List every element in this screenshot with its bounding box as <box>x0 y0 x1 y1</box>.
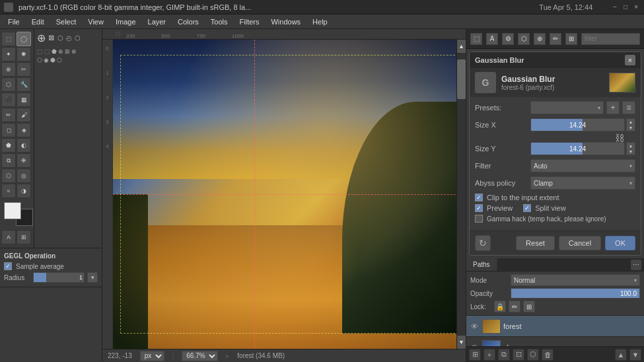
radius-spin[interactable]: ▾ <box>87 272 98 283</box>
menu-help[interactable]: Help <box>307 17 333 27</box>
tab-paths[interactable]: Paths <box>466 258 497 271</box>
tool-rectangle-select[interactable]: ⬚ <box>1 32 16 46</box>
icon-btn-6[interactable]: ✏ <box>550 33 561 45</box>
preview-checkbox[interactable]: ✓ <box>475 204 483 212</box>
foreground-color[interactable] <box>4 202 21 219</box>
dialog-logo: G <box>475 72 496 93</box>
tool-free-select[interactable]: ✦ <box>1 47 16 61</box>
lock-position-btn[interactable]: ⊞ <box>523 301 535 312</box>
icon-btn-1[interactable]: ⬚ <box>470 33 482 45</box>
icon-btn-3[interactable]: ⚙ <box>502 33 514 45</box>
size-x-down[interactable]: ▼ <box>627 125 635 131</box>
layers-up-btn[interactable]: ▲ <box>615 349 627 361</box>
tool-paths[interactable]: 🔧 <box>17 77 31 92</box>
menu-windows[interactable]: Windows <box>266 17 306 27</box>
layer-to-image-size-btn[interactable]: ⊡ <box>513 349 524 361</box>
sample-average-checkbox[interactable]: ✓ <box>4 262 12 270</box>
delete-layer-btn[interactable]: 🗑 <box>542 349 554 361</box>
abyss-dropdown[interactable]: Clamp ▾ <box>530 176 635 190</box>
size-x-up[interactable]: ▲ <box>627 119 635 125</box>
layer-item-forest[interactable]: 👁 forest <box>466 316 644 337</box>
icon-btn-4[interactable]: ⬡ <box>518 33 530 45</box>
unit-select[interactable]: px <box>140 351 164 361</box>
tool-clone[interactable]: ⧉ <box>1 153 16 168</box>
gamma-checkbox[interactable] <box>475 215 483 223</box>
refresh-button[interactable]: ↻ <box>475 235 491 251</box>
duplicate-layer-btn[interactable]: ⧉ <box>498 349 510 361</box>
menu-select[interactable]: Select <box>51 17 82 27</box>
lock-alpha-btn[interactable]: ✏ <box>509 301 520 312</box>
cancel-button[interactable]: Cancel <box>559 236 601 250</box>
clip-checkbox[interactable]: ✓ <box>475 194 483 201</box>
radius-slider[interactable]: 1 <box>33 272 85 283</box>
size-y-slider[interactable]: 14.24 <box>530 142 625 155</box>
menu-filters[interactable]: Filters <box>234 17 265 27</box>
filter-dropdown[interactable]: Auto ▾ <box>530 159 635 172</box>
icon-btn-5[interactable]: ⊕ <box>534 33 546 45</box>
menu-view[interactable]: View <box>83 17 109 27</box>
menu-image[interactable]: Image <box>110 17 141 27</box>
scroll-down-btn[interactable]: ▼ <box>457 336 466 349</box>
tool-paint-bucket[interactable]: ⬛ <box>1 92 16 107</box>
tool-align[interactable]: ⊞ <box>17 230 31 244</box>
presets-menu-button[interactable]: ≡ <box>622 101 635 114</box>
zoom-select[interactable]: 66.7% <box>182 351 218 361</box>
opacity-row: Opacity 100.0 <box>470 288 640 299</box>
tool-scissors[interactable]: ✂ <box>17 62 31 77</box>
menu-colors[interactable]: Colors <box>172 17 204 27</box>
size-y-down[interactable]: ▼ <box>627 149 635 155</box>
menu-edit[interactable]: Edit <box>26 17 50 27</box>
size-x-slider[interactable]: 14.24 <box>530 118 625 131</box>
lock-pixels-btn[interactable]: 🔒 <box>494 301 506 312</box>
tool-fuzzy-select[interactable]: ✺ <box>17 47 31 61</box>
layer-visibility-forest[interactable]: 👁 <box>469 321 480 332</box>
size-x-spin[interactable]: ▲ ▼ <box>626 118 635 131</box>
close-button[interactable]: × <box>632 3 640 11</box>
tool-dodge-burn[interactable]: ◑ <box>17 184 31 198</box>
tool-mypaints[interactable]: ◐ <box>17 138 31 153</box>
dialog-close-button[interactable]: × <box>625 55 635 65</box>
tool-paintbrush[interactable]: 🖌 <box>17 108 31 122</box>
tool-airbrush[interactable]: ◈ <box>17 123 31 137</box>
tool-smudge[interactable]: ≈ <box>1 184 16 198</box>
tool-blur-sharpen[interactable]: ◎ <box>17 168 31 183</box>
filter-input[interactable] <box>585 35 637 42</box>
ok-button[interactable]: OK <box>605 236 635 250</box>
scroll-thumb[interactable] <box>457 59 466 99</box>
tool-ink[interactable]: ⬟ <box>1 138 16 153</box>
icon-btn-2[interactable]: A <box>486 33 498 45</box>
scroll-up-btn[interactable]: ▲ <box>457 40 466 53</box>
icon-btn-7[interactable]: ⊞ <box>565 33 577 45</box>
new-layer-btn[interactable]: + <box>483 349 495 361</box>
canvas-viewport[interactable] <box>113 40 466 349</box>
tool-ellipse-select[interactable]: ◯ <box>17 32 31 46</box>
split-view-checkbox[interactable]: ✓ <box>523 204 531 212</box>
maximize-button[interactable]: □ <box>622 3 629 11</box>
merge-visible-btn[interactable]: ⬡ <box>527 349 539 361</box>
size-y-up[interactable]: ▲ <box>627 143 635 149</box>
menu-tools[interactable]: Tools <box>205 17 233 27</box>
window-controls[interactable] <box>4 3 13 12</box>
presets-dropdown[interactable]: ▾ <box>530 101 604 114</box>
size-y-spin[interactable]: ▲ ▼ <box>626 142 635 155</box>
mode-dropdown[interactable]: Normal ▾ <box>511 274 640 286</box>
tool-perspective-clone[interactable]: ⬡ <box>1 168 16 183</box>
scrollbar-vertical[interactable]: ▲ ▼ <box>456 40 466 349</box>
tool-by-color-select[interactable]: ⊕ <box>1 62 16 77</box>
tool-text[interactable]: A <box>1 230 16 244</box>
layers-tab-menu-btn[interactable]: ⋯ <box>631 260 641 270</box>
layers-down-btn[interactable]: ▼ <box>629 349 641 361</box>
tool-foreground-select[interactable]: ⬡ <box>1 77 16 92</box>
layer-item-sky[interactable]: 👁 sky <box>466 337 644 346</box>
new-layer-group-btn[interactable]: ⊞ <box>469 349 481 361</box>
tool-heal[interactable]: ✙ <box>17 153 31 168</box>
reset-button[interactable]: Reset <box>516 236 555 250</box>
opacity-slider[interactable]: 100.0 <box>511 288 640 299</box>
tool-eraser[interactable]: ◻ <box>1 123 16 137</box>
menu-file[interactable]: File <box>3 17 25 27</box>
minimize-button[interactable]: − <box>611 3 619 11</box>
menu-layer[interactable]: Layer <box>143 17 172 27</box>
presets-add-button[interactable]: + <box>606 101 620 114</box>
tool-blend[interactable]: ▦ <box>17 92 31 107</box>
tool-pencil[interactable]: ✏ <box>1 108 16 122</box>
